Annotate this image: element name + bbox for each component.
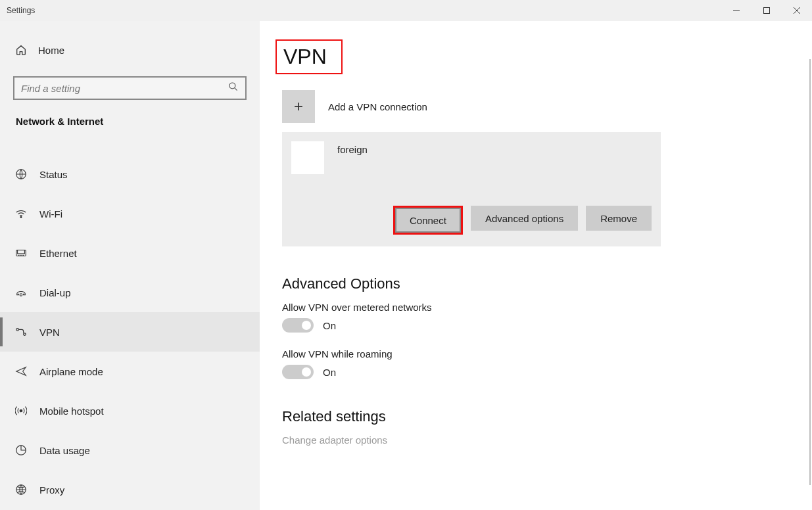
close-button[interactable]: [782, 0, 812, 21]
window-controls: [721, 0, 812, 21]
svg-point-12: [24, 333, 26, 336]
main-content: VPN + Add a VPN connection foreign Conne…: [260, 21, 812, 510]
svg-rect-1: [764, 8, 770, 14]
sidebar-item-label: Ethernet: [39, 248, 77, 259]
advanced-options-title: Advanced Options: [282, 275, 812, 292]
add-vpn-button[interactable]: +: [282, 90, 315, 123]
metered-toggle-label: Allow VPN over metered networks: [282, 302, 812, 313]
sidebar-item-label: Mobile hotspot: [39, 406, 104, 417]
vpn-connection-icon: [291, 141, 324, 174]
window-title: Settings: [7, 6, 35, 15]
sidebar-home[interactable]: Home: [0, 39, 260, 60]
roaming-toggle-state: On: [323, 367, 336, 378]
page-heading-highlight: VPN: [275, 39, 343, 74]
sidebar-item-airplane[interactable]: Airplane mode: [0, 352, 260, 391]
airplane-icon: [14, 365, 28, 378]
home-icon: [14, 43, 28, 57]
ethernet-icon: [14, 246, 28, 260]
svg-rect-9: [18, 250, 25, 254]
sidebar-nav: Status Wi-Fi Ethernet Dial-up VPN Airpla…: [0, 154, 260, 509]
title-bar: Settings: [0, 0, 812, 21]
sidebar-item-dialup[interactable]: Dial-up: [0, 273, 260, 312]
hotspot-icon: [14, 404, 28, 417]
sidebar-item-label: Proxy: [39, 484, 64, 496]
advanced-options-button[interactable]: Advanced options: [471, 206, 578, 231]
add-vpn-row[interactable]: + Add a VPN connection: [282, 90, 812, 123]
sidebar-item-status[interactable]: Status: [0, 154, 260, 194]
svg-point-13: [20, 409, 22, 412]
sidebar-item-wifi[interactable]: Wi-Fi: [0, 194, 260, 233]
sidebar: Home Network & Internet Status Wi-Fi: [0, 21, 260, 510]
sidebar-item-label: VPN: [39, 327, 60, 338]
vpn-connection-card[interactable]: foreign Connect Advanced options Remove: [282, 132, 661, 246]
change-adapter-link[interactable]: Change adapter options: [282, 434, 812, 446]
search-input[interactable]: [21, 83, 228, 94]
metered-toggle[interactable]: [282, 318, 314, 333]
sidebar-item-label: Status: [39, 169, 68, 180]
sidebar-item-ethernet[interactable]: Ethernet: [0, 233, 260, 273]
remove-button[interactable]: Remove: [586, 206, 652, 231]
dialup-icon: [14, 286, 28, 299]
sidebar-item-hotspot[interactable]: Mobile hotspot: [0, 391, 260, 430]
add-vpn-label: Add a VPN connection: [328, 101, 427, 112]
minimize-button[interactable]: [721, 0, 752, 21]
vpn-icon: [14, 325, 28, 338]
svg-line-5: [235, 88, 237, 91]
sidebar-category: Network & Internet: [0, 116, 260, 136]
data-icon: [14, 444, 28, 457]
sidebar-item-label: Data usage: [39, 445, 90, 456]
svg-point-7: [20, 217, 22, 218]
sidebar-home-label: Home: [38, 45, 64, 56]
maximize-button[interactable]: [752, 0, 782, 21]
sidebar-item-label: Dial-up: [39, 287, 71, 298]
svg-point-10: [20, 294, 22, 296]
vpn-connection-name: foreign: [337, 141, 368, 155]
metered-toggle-state: On: [323, 320, 336, 331]
related-settings-title: Related settings: [282, 408, 812, 425]
search-icon: [228, 81, 239, 95]
svg-point-11: [16, 329, 19, 331]
wifi-icon: [14, 207, 28, 220]
globe-icon: [14, 168, 28, 181]
sidebar-item-data-usage[interactable]: Data usage: [0, 430, 260, 470]
plus-icon: +: [294, 97, 303, 116]
proxy-icon: [14, 483, 28, 496]
connect-button-highlight: Connect: [393, 206, 463, 235]
roaming-toggle[interactable]: [282, 365, 314, 379]
sidebar-item-proxy[interactable]: Proxy: [0, 470, 260, 509]
sidebar-item-vpn[interactable]: VPN: [0, 312, 260, 352]
sidebar-item-label: Wi-Fi: [39, 208, 62, 220]
svg-point-4: [229, 83, 235, 89]
sidebar-item-label: Airplane mode: [39, 366, 103, 377]
search-input-wrap[interactable]: [13, 76, 247, 100]
roaming-toggle-label: Allow VPN while roaming: [282, 348, 812, 359]
page-title: VPN: [283, 45, 327, 69]
connect-button[interactable]: Connect: [395, 208, 461, 233]
